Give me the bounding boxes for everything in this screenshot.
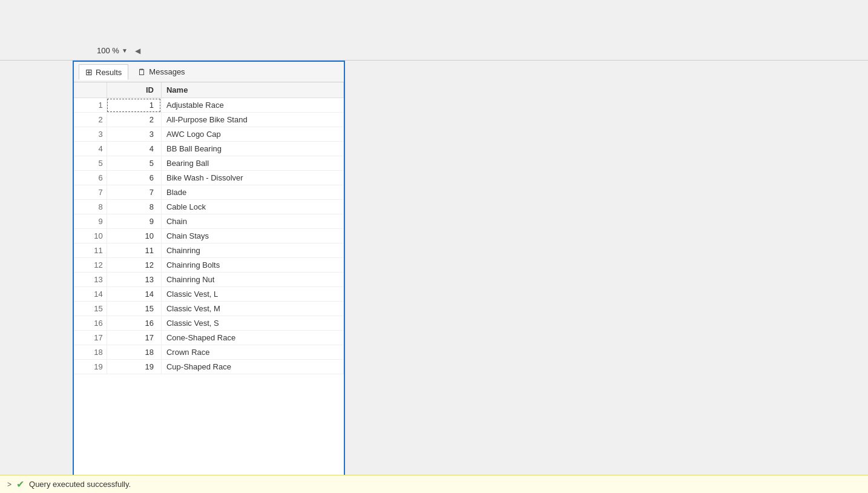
messages-tab-label: Messages [149,67,185,76]
scroll-indicator[interactable]: ◀ [135,47,140,55]
cell-id[interactable]: 7 [107,185,161,200]
cell-rownum: 9 [74,214,107,229]
col-header-name: Name [161,82,343,98]
cell-rownum: 16 [74,316,107,331]
table-container[interactable]: ID Name 11Adjustable Race22All-Purpose B… [74,82,344,477]
cell-rownum: 19 [74,360,107,374]
cell-rownum: 15 [74,302,107,316]
col-header-rownum [74,82,107,98]
status-success-icon: ✔ [16,478,24,490]
table-row[interactable]: 1111Chainring [74,243,344,258]
table-row[interactable]: 66Bike Wash - Dissolver [74,171,344,185]
table-row[interactable]: 1212Chainring Bolts [74,258,344,273]
table-header-row: ID Name [74,82,344,98]
table-row[interactable]: 1414Classic Vest, L [74,287,344,302]
cell-name[interactable]: Bearing Ball [161,156,343,171]
table-row[interactable]: 33AWC Logo Cap [74,127,344,142]
table-body: 11Adjustable Race22All-Purpose Bike Stan… [74,98,344,374]
results-panel: ⊞ Results 🗒 Messages ID Name 11Adjustabl… [73,61,345,478]
cell-id[interactable]: 9 [107,214,161,229]
cell-rownum: 4 [74,142,107,156]
cell-rownum: 3 [74,127,107,142]
cell-id[interactable]: 16 [107,316,161,331]
cell-id[interactable]: 4 [107,142,161,156]
cell-name[interactable]: Chain [161,214,343,229]
cell-id[interactable]: 14 [107,287,161,302]
cell-name[interactable]: Chainring Bolts [161,258,343,273]
cell-id[interactable]: 19 [107,360,161,374]
cell-name[interactable]: All-Purpose Bike Stand [161,113,343,127]
cell-name[interactable]: Cable Lock [161,200,343,214]
cell-rownum: 5 [74,156,107,171]
table-row[interactable]: 1717Cone-Shaped Race [74,331,344,345]
cell-id[interactable]: 5 [107,156,161,171]
results-table: ID Name 11Adjustable Race22All-Purpose B… [74,82,344,374]
table-row[interactable]: 44BB Ball Bearing [74,142,344,156]
table-row[interactable]: 11Adjustable Race [74,98,344,113]
cell-id[interactable]: 2 [107,113,161,127]
zoom-dropdown-arrow[interactable]: ▼ [122,47,128,54]
status-bar: > ✔ Query executed successfully. [0,475,868,493]
table-row[interactable]: 1818Crown Race [74,345,344,360]
cell-id[interactable]: 8 [107,200,161,214]
zoom-label: 100 % [97,46,119,55]
results-tab-label: Results [96,68,122,77]
cell-name[interactable]: Classic Vest, S [161,316,343,331]
table-row[interactable]: 1515Classic Vest, M [74,302,344,316]
tab-messages[interactable]: 🗒 Messages [131,64,191,80]
col-header-id: ID [107,82,161,98]
cell-rownum: 11 [74,243,107,258]
cell-id[interactable]: 10 [107,229,161,243]
zoom-control[interactable]: 100 % ▼ ◀ [97,46,140,55]
cell-rownum: 2 [74,113,107,127]
cell-id[interactable]: 18 [107,345,161,360]
cell-name[interactable]: Classic Vest, M [161,302,343,316]
cell-name[interactable]: Blade [161,185,343,200]
cell-name[interactable]: Classic Vest, L [161,287,343,302]
table-row[interactable]: 22All-Purpose Bike Stand [74,113,344,127]
right-background [345,61,868,475]
cell-rownum: 6 [74,171,107,185]
cell-id[interactable]: 3 [107,127,161,142]
table-row[interactable]: 1313Chainring Nut [74,273,344,287]
toolbar: 100 % ▼ ◀ [0,0,868,61]
cell-id[interactable]: 11 [107,243,161,258]
cell-rownum: 14 [74,287,107,302]
messages-tab-icon: 🗒 [137,67,146,77]
table-row[interactable]: 1616Classic Vest, S [74,316,344,331]
cell-name[interactable]: Cone-Shaped Race [161,331,343,345]
table-row[interactable]: 99Chain [74,214,344,229]
table-row[interactable]: 55Bearing Ball [74,156,344,171]
tabs-row: ⊞ Results 🗒 Messages [74,62,344,82]
cell-id[interactable]: 17 [107,331,161,345]
cell-name[interactable]: Bike Wash - Dissolver [161,171,343,185]
cell-rownum: 7 [74,185,107,200]
cell-name[interactable]: AWC Logo Cap [161,127,343,142]
cell-rownum: 18 [74,345,107,360]
cell-name[interactable]: BB Ball Bearing [161,142,343,156]
table-row[interactable]: 77Blade [74,185,344,200]
cell-name[interactable]: Crown Race [161,345,343,360]
status-message: Query executed successfully. [29,480,131,489]
status-chevron[interactable]: > [7,480,12,489]
cell-name[interactable]: Chain Stays [161,229,343,243]
cell-rownum: 10 [74,229,107,243]
table-row[interactable]: 1919Cup-Shaped Race [74,360,344,374]
cell-rownum: 17 [74,331,107,345]
cell-id[interactable]: 15 [107,302,161,316]
table-row[interactable]: 88Cable Lock [74,200,344,214]
cell-name[interactable]: Chainring [161,243,343,258]
cell-name[interactable]: Chainring Nut [161,273,343,287]
cell-rownum: 13 [74,273,107,287]
cell-rownum: 1 [74,98,107,113]
cell-name[interactable]: Adjustable Race [161,98,343,113]
table-row[interactable]: 1010Chain Stays [74,229,344,243]
results-tab-icon: ⊞ [85,67,93,77]
tab-results[interactable]: ⊞ Results [79,64,128,80]
cell-id[interactable]: 12 [107,258,161,273]
cell-rownum: 12 [74,258,107,273]
cell-id[interactable]: 13 [107,273,161,287]
cell-id[interactable]: 6 [107,171,161,185]
cell-name[interactable]: Cup-Shaped Race [161,360,343,374]
cell-id[interactable]: 1 [107,98,161,113]
